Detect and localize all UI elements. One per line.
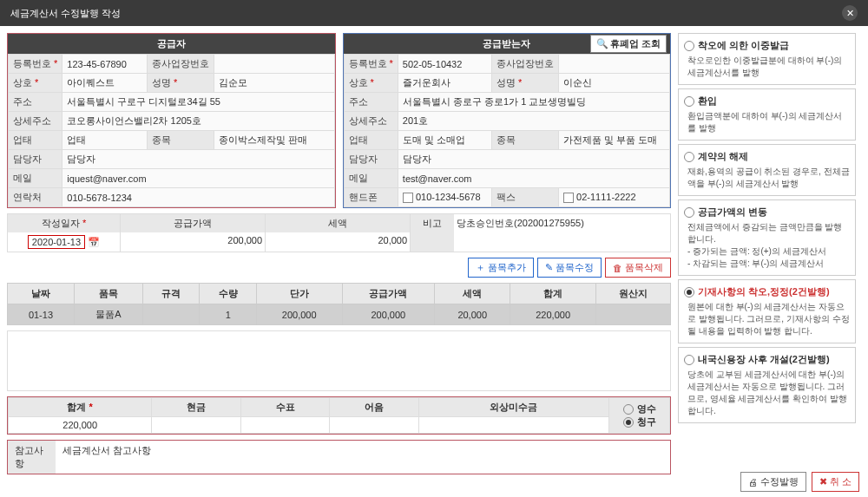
receiver-header: 공급받는자 🔍휴폐업 조회: [344, 34, 671, 54]
lbl-subbiz: 종사업장번호: [147, 55, 214, 74]
remarks-block: 참고사항 세금계산서 참고사항: [7, 440, 671, 474]
totals-col: 어음: [330, 398, 419, 417]
supplier-block: 공급자 등록번호 *123-45-67890종사업장번호 상호 *아이퀘스트성명…: [7, 33, 336, 208]
lbl-tax: 세액: [266, 214, 410, 232]
table-row[interactable]: 01-13물품A1200,000200,00020,000220,000: [8, 304, 671, 325]
rcv-email[interactable]: test@naver.com: [398, 169, 669, 188]
sup-addr2[interactable]: 코오롱사이언스밸리2차 1205호: [62, 112, 334, 131]
option-radio[interactable]: [684, 207, 694, 218]
sup-addr[interactable]: 서울특별시 구로구 디지털로34길 55: [62, 93, 334, 112]
edit-item-button[interactable]: ✎품목수정: [537, 258, 602, 278]
search-icon: 🔍: [596, 38, 608, 49]
lbl-reg: 등록번호: [13, 58, 51, 69]
receipt-radio[interactable]: [623, 417, 634, 428]
calendar-icon[interactable]: 📅: [88, 237, 100, 247]
rcv-addr2[interactable]: 201호: [398, 112, 669, 131]
option-radio[interactable]: [684, 41, 694, 51]
lbl-r-fax: 팩스: [491, 188, 558, 207]
option-desc: 원본에 대한 부(-)의 세금계산서는 자동으로 발행됩니다. 그러므로, 기재…: [684, 301, 850, 337]
tax-amt: 20,000: [266, 232, 410, 248]
item-col: 세액: [435, 284, 510, 304]
option-title: 착오에 의한 이중발급: [698, 39, 789, 52]
rcv-fax[interactable]: 02-1111-2222: [576, 192, 636, 202]
lbl-r-contact: 담당자: [344, 150, 398, 169]
sup-repname[interactable]: 김순모: [214, 74, 334, 93]
receipt-radio[interactable]: [623, 404, 634, 415]
lbl-phone: 연락처: [9, 188, 62, 207]
lbl-writedate: 작성일자: [42, 218, 80, 228]
correction-option[interactable]: 환입환입금액분에 대하여 부(-)의 세금계산서를 발행: [678, 88, 856, 141]
correction-option[interactable]: 계약의 해제재화,용역의 공급이 취소된 경우로, 전체금액을 부(-)의 세금…: [678, 144, 856, 196]
lbl-email: 메일: [9, 169, 62, 188]
sup-phone[interactable]: 010-5678-1234: [62, 188, 334, 207]
sup-email[interactable]: iquest@naver.com: [62, 169, 334, 188]
rcv-addr[interactable]: 서울특별시 종로구 종로1가 1 교보생명빌딩: [398, 93, 669, 112]
item-col: 원산지: [595, 284, 670, 304]
lbl-supplyamt: 공급가액: [121, 214, 265, 232]
close-icon[interactable]: ✕: [842, 5, 858, 21]
totals-block: 합계 *현금수표어음외상미수금영수청구 220,000: [7, 396, 671, 435]
remarks-label: 참고사항: [8, 441, 56, 474]
totals-col: 수표: [240, 398, 330, 417]
totals-col: 외상미수금: [418, 398, 608, 417]
lbl-r-biztype: 업태: [344, 131, 398, 150]
submit-button[interactable]: 🖨수정발행: [740, 472, 806, 492]
option-desc: 당초에 교부된 세금계산서에 대한 부(-)의 세금계산서는 자동으로 발행됩니…: [684, 369, 850, 417]
items-empty-area: [7, 330, 671, 391]
lbl-r-addr: 주소: [344, 93, 398, 112]
item-col: 날짜: [8, 284, 75, 304]
rcv-repname[interactable]: 이순신: [558, 74, 669, 93]
option-desc: 전체금액에서 증감되는 금액만큼을 발행합니다. - 증가되는 금액: 정(+)…: [684, 221, 850, 270]
trash-icon: 🗑: [613, 263, 622, 273]
lbl-r-mobile: 핸드폰: [344, 188, 398, 207]
sup-regno[interactable]: 123-45-67890: [62, 55, 148, 74]
lbl-r-bizitem: 종목: [491, 131, 558, 150]
remarks-value[interactable]: 세금계산서 참고사항: [56, 441, 670, 474]
option-desc: 환입금액분에 대하여 부(-)의 세금계산서를 발행: [684, 110, 850, 134]
del-item-button[interactable]: 🗑품목삭제: [605, 258, 671, 278]
rcv-company[interactable]: 즐거운회사: [398, 74, 491, 93]
write-date-input[interactable]: 2020-01-13: [28, 235, 85, 249]
lbl-r-email: 메일: [344, 169, 398, 188]
rcv-subbiz[interactable]: [558, 55, 669, 74]
sup-bizitem[interactable]: 종이박스제작및 판매: [214, 131, 334, 150]
rcv-biztype[interactable]: 도매 및 소매업: [398, 131, 491, 150]
cancel-button[interactable]: ✖취 소: [812, 472, 859, 492]
option-title: 공급가액의 변동: [698, 206, 767, 219]
option-radio[interactable]: [684, 96, 694, 107]
add-item-button[interactable]: ＋품목추가: [468, 258, 534, 278]
lbl-contact: 담당자: [9, 150, 62, 169]
print-icon: 🖨: [748, 477, 758, 487]
lbl-bizitem: 종목: [147, 131, 214, 150]
sup-company[interactable]: 아이퀘스트: [62, 74, 148, 93]
lbl-r-subbiz: 종사업장번호: [491, 55, 558, 74]
lbl-r-reg: 등록번호: [349, 58, 387, 69]
correction-option[interactable]: 내국신용장 사후 개설(2건발행)당초에 교부된 세금계산서에 대한 부(-)의…: [678, 347, 856, 423]
lookup-closedown-button[interactable]: 🔍휴폐업 조회: [590, 35, 667, 53]
sup-contact[interactable]: 담당자: [62, 150, 334, 169]
receiver-block: 공급받는자 🔍휴폐업 조회 등록번호 *502-05-10432종사업장번호 상…: [343, 33, 672, 208]
correction-option[interactable]: 기재사항의 착오,정정(2건발행)원본에 대한 부(-)의 세금계산서는 자동으…: [678, 279, 856, 343]
lbl-r-repname: 성명: [496, 77, 516, 88]
lbl-r-company: 상호: [349, 77, 368, 88]
item-col: 합계: [510, 284, 596, 304]
option-radio[interactable]: [684, 287, 694, 298]
option-radio[interactable]: [684, 152, 694, 162]
rcv-regno[interactable]: 502-05-10432: [398, 55, 491, 74]
rcv-bizitem[interactable]: 가전제품 및 부품 도매: [558, 131, 669, 150]
lbl-r-addr2: 상세주소: [344, 112, 398, 131]
rcv-mobile[interactable]: 010-1234-5678: [416, 192, 481, 202]
mobile-checkbox[interactable]: [403, 193, 413, 203]
sup-subbiz[interactable]: [214, 55, 334, 74]
window-title: 세금계산서 수정발행 작성: [10, 7, 121, 20]
fax-checkbox[interactable]: [563, 193, 574, 203]
correction-option[interactable]: 착오에 의한 이중발급착오로인한 이중발급분에 대하여 부(-)의 세금계산서를…: [678, 33, 856, 85]
sup-biztype[interactable]: 업태: [62, 131, 148, 150]
rcv-contact[interactable]: 담당자: [398, 150, 669, 169]
plus-icon: ＋: [476, 261, 485, 274]
bigo-val[interactable]: 당초승인번호(202001275955): [454, 214, 670, 232]
option-radio[interactable]: [684, 355, 694, 365]
correction-option[interactable]: 공급가액의 변동전체금액에서 증감되는 금액만큼을 발행합니다. - 증가되는 …: [678, 199, 856, 276]
option-desc: 착오로인한 이중발급분에 대하여 부(-)의 세금계산서를 발행: [684, 55, 850, 79]
option-desc: 재화,용역의 공급이 취소된 경우로, 전체금액을 부(-)의 세금계산서 발행: [684, 166, 850, 190]
